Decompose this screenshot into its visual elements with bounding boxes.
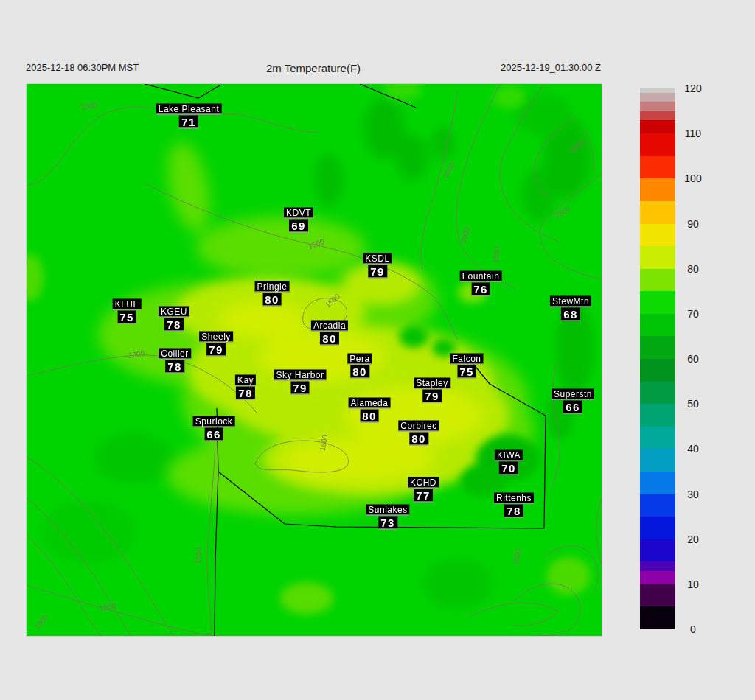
- station-value: 73: [378, 517, 397, 530]
- station-label: Pera: [347, 354, 372, 365]
- station-value: 71: [179, 116, 198, 129]
- colorbar-ticks: 0102030405060708090100110120: [675, 88, 711, 629]
- station: Spurlock66: [193, 414, 235, 441]
- station: KSDL79: [363, 251, 392, 279]
- station-value: 66: [204, 428, 223, 441]
- colorbar-tick-label: 100: [675, 172, 711, 184]
- station: KGEU78: [159, 304, 189, 332]
- station-label: Stapley: [414, 378, 450, 389]
- station-value: 79: [422, 390, 442, 403]
- station-label: KDVT: [284, 208, 313, 219]
- station-label: StewMtn: [550, 296, 591, 307]
- station-value: 66: [563, 401, 582, 414]
- station: Sky Harbor79: [274, 368, 326, 395]
- station-value: 78: [504, 505, 523, 518]
- station-value: 79: [368, 265, 387, 279]
- station-value: 75: [117, 311, 136, 324]
- colorbar-tick-label: 70: [675, 308, 711, 320]
- colorbar-tick-label: 80: [675, 263, 711, 275]
- valid-time-utc: 2025-12-19_01:30:00 Z: [501, 62, 601, 73]
- station-label: Lake Pleasant: [156, 104, 222, 115]
- colorbar-tick-label: 110: [675, 127, 711, 139]
- station: Corblrec80: [398, 419, 439, 446]
- station: Falcon75: [450, 351, 483, 379]
- station-layer: Lake Pleasant71KDVT69KSDL79Pringle80Foun…: [27, 84, 602, 636]
- station: Sunlakes73: [366, 503, 409, 530]
- station-label: KCHD: [408, 477, 439, 489]
- station-value: 76: [471, 283, 490, 296]
- station-label: Fountain: [460, 271, 502, 282]
- station: Superstn66: [552, 387, 594, 414]
- station-value: 70: [499, 462, 518, 475]
- station-value: 78: [236, 387, 255, 400]
- colorbar-tick-label: 0: [675, 623, 711, 635]
- station-label: Sheely: [199, 332, 233, 343]
- station: Stapley79: [414, 376, 450, 403]
- station: Rittenhs78: [494, 491, 534, 518]
- colorbar-tick-label: 120: [675, 83, 711, 94]
- colorbar-tick-label: 40: [675, 443, 711, 455]
- station: Alameda80: [349, 396, 391, 423]
- station-value: 75: [457, 365, 476, 379]
- station: KCHD77: [408, 475, 439, 503]
- station-label: Corblrec: [398, 421, 439, 432]
- station: Pringle80: [255, 279, 290, 307]
- station-label: Falcon: [450, 354, 483, 365]
- station: Sheely79: [199, 329, 233, 357]
- station: Pera80: [347, 351, 372, 379]
- station-label: KSDL: [363, 253, 392, 265]
- station-label: Kay: [235, 375, 256, 386]
- station-label: Sky Harbor: [274, 370, 326, 381]
- station-value: 80: [350, 365, 369, 379]
- station-value: 69: [289, 220, 308, 233]
- station: KLUF75: [113, 297, 142, 324]
- station-label: Alameda: [349, 398, 391, 409]
- station-value: 79: [290, 382, 310, 395]
- station: KDVT69: [284, 206, 313, 233]
- station-label: KLUF: [113, 299, 142, 310]
- colorbar-tick-label: 10: [675, 578, 711, 590]
- station-value: 78: [164, 318, 184, 332]
- colorbar-tick-label: 60: [675, 353, 711, 365]
- station: Kay78: [235, 373, 256, 400]
- station-value: 80: [262, 293, 282, 307]
- station-label: Spurlock: [193, 416, 235, 427]
- colorbar-tick-label: 30: [675, 489, 711, 500]
- colorbar: [640, 88, 675, 629]
- station-label: Sunlakes: [366, 505, 409, 516]
- station-value: 80: [320, 332, 339, 346]
- station-value: 68: [561, 308, 580, 321]
- station: KIWA70: [495, 448, 523, 475]
- station-label: Pringle: [255, 281, 290, 293]
- station-label: Rittenhs: [494, 493, 534, 504]
- station-value: 80: [360, 410, 379, 423]
- station-label: Superstn: [552, 389, 594, 400]
- station: Arcadia80: [311, 318, 348, 346]
- station-label: Arcadia: [311, 321, 348, 332]
- station-value: 78: [165, 360, 184, 374]
- station: Lake Pleasant71: [156, 102, 222, 129]
- station-label: KGEU: [159, 307, 189, 318]
- station-value: 77: [414, 489, 433, 503]
- colorbar-tick-label: 50: [675, 398, 711, 410]
- station-value: 79: [206, 343, 226, 357]
- station-label: KIWA: [495, 450, 523, 461]
- colorbar-tick-label: 20: [675, 533, 711, 545]
- station-value: 80: [409, 433, 428, 446]
- temperature-map: 2000150025003500200015002500150010001500…: [26, 83, 602, 637]
- station-label: Collier: [159, 349, 191, 360]
- station: StewMtn68: [550, 294, 591, 321]
- station: Collier78: [159, 346, 191, 374]
- colorbar-tick-label: 90: [675, 218, 711, 230]
- station: Fountain76: [460, 269, 502, 296]
